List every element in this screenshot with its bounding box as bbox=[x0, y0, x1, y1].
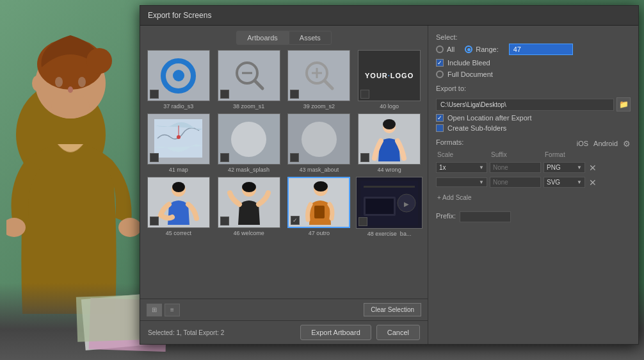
range-input[interactable] bbox=[509, 44, 573, 55]
remove-format-2-button[interactable]: ✕ bbox=[589, 178, 597, 187]
suffix-input-1[interactable] bbox=[490, 162, 541, 173]
thumb-checkbox-45[interactable] bbox=[150, 217, 159, 225]
thumb-checkbox-42[interactable] bbox=[220, 153, 229, 162]
svg-text:▶: ▶ bbox=[404, 200, 409, 208]
artboard-label-37: 37 radio_s3 bbox=[163, 103, 193, 110]
thumb-checkbox-46[interactable] bbox=[220, 217, 229, 225]
suffix-input-2[interactable] bbox=[490, 177, 541, 188]
formats-gear-icon[interactable]: ⚙ bbox=[623, 139, 631, 149]
radio-range[interactable]: Range: bbox=[465, 45, 498, 53]
thumb-checkbox-41[interactable] bbox=[150, 153, 159, 162]
artboard-thumb-43[interactable] bbox=[287, 113, 350, 165]
list-view-icon: ≡ bbox=[170, 306, 174, 313]
radio-range-label: Range: bbox=[476, 45, 498, 53]
tab-artboards[interactable]: Artboards bbox=[236, 31, 289, 45]
thumb-checkbox-38[interactable] bbox=[220, 90, 229, 99]
artboard-item-47[interactable]: 47 outro bbox=[286, 177, 353, 236]
svg-line-12 bbox=[255, 81, 262, 88]
artboard-thumb-39[interactable] bbox=[287, 50, 350, 101]
artboard-item-41[interactable]: 41 map bbox=[145, 113, 212, 173]
status-bar: Selected: 1, Total Export: 2 Export Artb… bbox=[140, 320, 428, 344]
grid-view-icon: ⊞ bbox=[152, 306, 157, 313]
radio-all[interactable]: All bbox=[436, 45, 455, 53]
prefix-input[interactable] bbox=[460, 211, 511, 222]
exercise-icon: ▶ bbox=[360, 181, 418, 225]
artboard-label-40: 40 logo bbox=[380, 103, 399, 110]
open-location-label: Open Location after Export bbox=[447, 114, 531, 122]
open-location-row[interactable]: Open Location after Export bbox=[436, 114, 631, 122]
artboard-item-39[interactable]: 39 zoom_s2 bbox=[286, 50, 353, 110]
artboard-item-43[interactable]: 43 mask_about bbox=[286, 113, 353, 173]
artboard-item-37[interactable]: 37 radio_s3 bbox=[145, 50, 212, 110]
artboard-thumb-41[interactable] bbox=[147, 113, 210, 165]
formats-columns-header: Scale Suffix Format bbox=[436, 151, 631, 158]
export-dialog: Export for Screens Artboards Assets bbox=[140, 5, 639, 345]
create-subfolders-row[interactable]: Create Sub-folders bbox=[436, 124, 631, 132]
artboard-thumb-46[interactable] bbox=[218, 177, 280, 228]
export-artboard-button[interactable]: Export Artboard bbox=[300, 325, 371, 340]
format-arrow-2: ▼ bbox=[577, 179, 582, 185]
dialog-title: Export for Screens bbox=[148, 11, 211, 20]
thumb-checkbox-48[interactable] bbox=[358, 217, 367, 226]
artboard-thumb-45[interactable] bbox=[147, 177, 210, 228]
person-outro-icon bbox=[296, 180, 341, 225]
artboard-thumb-38[interactable] bbox=[218, 50, 280, 101]
formats-tabs: iOS Android ⚙ bbox=[577, 139, 631, 149]
thumb-checkbox-47[interactable] bbox=[291, 216, 300, 225]
list-view-btn[interactable]: ≡ bbox=[165, 304, 180, 316]
artboard-thumb-40[interactable]: YOUR·LOGO bbox=[358, 50, 421, 101]
artboard-item-38[interactable]: 38 zoom_s1 bbox=[216, 50, 282, 110]
format-value-2: SVG bbox=[547, 179, 560, 186]
col-suffix-header: Suffix bbox=[491, 151, 542, 158]
artboard-thumb-47[interactable] bbox=[287, 177, 350, 228]
zoom1-icon bbox=[233, 59, 265, 92]
formats-section: Formats: iOS Android ⚙ Scale Suffix Form… bbox=[436, 138, 631, 202]
ios-tab[interactable]: iOS bbox=[577, 140, 588, 147]
circle-icon-42 bbox=[231, 122, 266, 157]
folder-browse-button[interactable]: 📁 bbox=[616, 97, 631, 111]
create-subfolders-checkbox[interactable] bbox=[436, 124, 444, 132]
artboard-item-45[interactable]: 45 correct bbox=[145, 177, 212, 236]
android-tab[interactable]: Android bbox=[593, 140, 618, 147]
radio-group: All Range: bbox=[436, 44, 631, 55]
artboard-thumb-44[interactable] bbox=[358, 113, 421, 165]
artboard-item-46[interactable]: 46 welcome bbox=[216, 177, 282, 236]
folder-icon: 📁 bbox=[619, 100, 629, 109]
thumb-checkbox-37[interactable] bbox=[150, 90, 159, 99]
scale-arrow-1: ▼ bbox=[479, 165, 484, 170]
artboard-thumb-37[interactable] bbox=[147, 50, 210, 101]
artboard-item-48[interactable]: ▶ 48 exercise_ba... bbox=[356, 177, 423, 236]
tab-assets[interactable]: Assets bbox=[289, 31, 332, 45]
full-document-row[interactable]: Full Document bbox=[436, 70, 631, 78]
artboard-thumb-42[interactable] bbox=[218, 113, 280, 165]
artboard-item-42[interactable]: 42 mask_splash bbox=[216, 113, 282, 173]
add-scale-button[interactable]: + Add Scale bbox=[436, 193, 631, 202]
grid-view-btn[interactable]: ⊞ bbox=[147, 304, 162, 316]
artboard-thumb-48[interactable]: ▶ bbox=[356, 177, 423, 229]
thumb-checkbox-40[interactable] bbox=[360, 90, 369, 99]
scale-select-1[interactable]: 1x ▼ bbox=[436, 162, 487, 173]
clear-selection-button[interactable]: Clear Selection bbox=[364, 303, 421, 316]
include-bleed-label: Include Bleed bbox=[447, 59, 490, 67]
format-select-2[interactable]: SVG ▼ bbox=[543, 177, 585, 188]
open-location-checkbox[interactable] bbox=[436, 114, 444, 122]
artboard-item-44[interactable]: 44 wrong bbox=[356, 113, 423, 173]
left-panel: Artboards Assets 37 radio_s3 bbox=[140, 26, 428, 344]
thumb-checkbox-44[interactable] bbox=[360, 153, 369, 162]
dialog-titlebar: Export for Screens bbox=[140, 6, 638, 26]
remove-format-1-button[interactable]: ✕ bbox=[589, 163, 597, 172]
include-bleed-row[interactable]: Include Bleed bbox=[436, 59, 631, 67]
artboards-grid-container[interactable]: 37 radio_s3 bbox=[140, 45, 428, 299]
export-path-input[interactable] bbox=[436, 99, 614, 111]
artboard-item-40[interactable]: YOUR·LOGO 40 logo bbox=[356, 50, 423, 110]
cancel-button[interactable]: Cancel bbox=[376, 325, 420, 340]
thumb-checkbox-39[interactable] bbox=[290, 90, 299, 99]
radio-icon bbox=[161, 58, 196, 94]
include-bleed-checkbox[interactable] bbox=[436, 59, 444, 67]
svg-point-22 bbox=[383, 119, 396, 129]
scale-select-2[interactable]: ▼ bbox=[436, 177, 487, 187]
person-welcome-icon bbox=[227, 180, 271, 225]
artboard-label-43: 43 mask_about bbox=[300, 167, 339, 173]
thumb-checkbox-43[interactable] bbox=[290, 153, 299, 162]
format-select-1[interactable]: PNG ▼ bbox=[543, 162, 585, 173]
